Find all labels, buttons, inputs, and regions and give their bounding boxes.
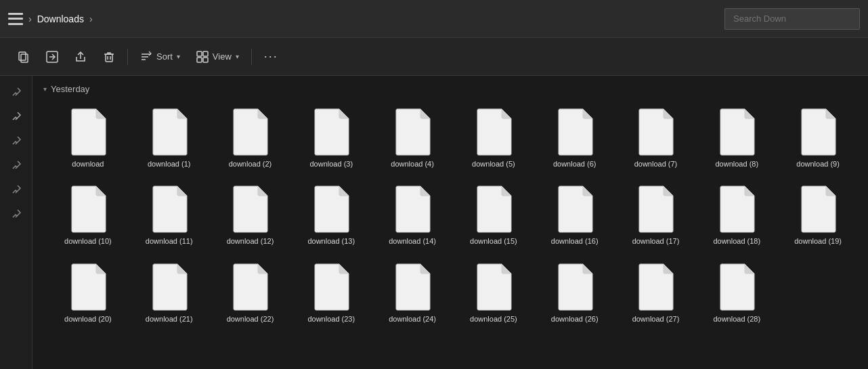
file-item[interactable]: download (2) (211, 102, 290, 174)
export-icon (74, 51, 87, 63)
file-icon-26 (553, 263, 596, 311)
toolbar-separator-1 (127, 49, 128, 65)
file-item[interactable]: download (16) (536, 179, 614, 251)
content-area[interactable]: ▾ Yesterday download download (1) (32, 76, 868, 369)
export-button[interactable] (68, 45, 93, 69)
file-icon-20 (66, 263, 110, 311)
file-name-24: download (24) (389, 314, 436, 324)
file-name-23: download (23) (307, 314, 355, 324)
file-item[interactable]: download (9) (779, 102, 857, 174)
file-name-10: download (10) (64, 236, 112, 246)
file-icon-24 (391, 263, 434, 311)
file-icon-28 (715, 263, 758, 311)
sidebar-pin-3[interactable] (5, 130, 27, 152)
file-item[interactable]: download (4) (373, 102, 452, 174)
file-icon-0 (66, 108, 110, 156)
svg-rect-14 (203, 58, 208, 62)
file-icon-23 (309, 263, 353, 311)
delete-button[interactable] (96, 45, 122, 69)
share-icon (46, 51, 58, 63)
share-button[interactable] (39, 45, 65, 69)
file-name-14: download (14) (389, 236, 436, 246)
file-item[interactable]: download (8) (697, 102, 776, 174)
breadcrumb-downloads[interactable]: Downloads (37, 14, 84, 24)
file-icon-25 (472, 263, 515, 311)
search-input[interactable] (724, 8, 860, 30)
view-label: View (213, 51, 232, 62)
sidebar-pin-5[interactable] (5, 179, 27, 200)
file-item[interactable]: download (7) (617, 102, 695, 174)
file-name-25: download (25) (470, 314, 517, 324)
svg-rect-5 (106, 54, 112, 62)
file-item[interactable]: download (12) (211, 179, 290, 251)
file-name-22: download (22) (227, 314, 274, 324)
file-icon-16 (553, 185, 596, 234)
file-icon-27 (634, 263, 677, 311)
sidebar-pin-6[interactable] (5, 203, 27, 225)
file-item[interactable]: download (11) (130, 179, 209, 251)
file-icon-18 (715, 185, 758, 234)
file-item[interactable]: download (5) (454, 102, 533, 174)
more-button[interactable]: ··· (257, 45, 285, 69)
file-icon-5 (472, 108, 515, 156)
file-name-17: download (17) (632, 236, 680, 246)
sort-button[interactable]: Sort ▾ (133, 45, 187, 69)
file-icon-6 (553, 108, 596, 156)
file-item[interactable]: download (23) (292, 257, 370, 329)
file-item[interactable]: download (18) (697, 179, 776, 251)
svg-rect-11 (197, 51, 202, 56)
file-name-28: download (28) (713, 314, 760, 324)
file-item[interactable]: download (15) (454, 179, 533, 251)
file-item[interactable]: download (22) (211, 257, 290, 329)
file-name-20: download (20) (64, 314, 112, 324)
file-item[interactable]: download (19) (779, 179, 857, 251)
file-icon-15 (472, 185, 515, 234)
file-item[interactable]: download (13) (292, 179, 370, 251)
sidebar-pin-4[interactable] (5, 154, 27, 176)
file-item[interactable]: download (3) (292, 102, 370, 174)
file-icon-7 (634, 108, 677, 156)
file-item[interactable]: download (24) (373, 257, 452, 329)
file-icon-3 (309, 108, 353, 156)
file-item[interactable]: download (28) (697, 257, 776, 329)
view-button[interactable]: View ▾ (190, 45, 246, 69)
file-item[interactable]: download (17) (617, 179, 695, 251)
file-item[interactable]: download (1) (130, 102, 209, 174)
file-name-19: download (19) (794, 236, 842, 246)
file-item[interactable]: download (20) (49, 257, 127, 329)
file-item[interactable]: download (26) (536, 257, 614, 329)
file-name-18: download (18) (713, 236, 760, 246)
group-label: Yesterday (51, 84, 89, 94)
svg-rect-0 (21, 54, 28, 62)
file-name-0: download (72, 159, 104, 169)
copy-button[interactable] (11, 45, 37, 69)
copy-icon (18, 51, 30, 63)
file-item[interactable]: download (25) (454, 257, 533, 329)
toolbar-separator-2 (251, 49, 252, 65)
file-name-3: download (3) (309, 159, 353, 169)
file-name-2: download (2) (229, 159, 272, 169)
file-name-11: download (11) (146, 236, 193, 246)
file-item[interactable]: download (27) (617, 257, 695, 329)
group-collapse-icon[interactable]: ▾ (43, 85, 47, 93)
breadcrumb-chevron-2: › (89, 14, 93, 24)
file-name-5: download (5) (472, 159, 515, 169)
files-grid: download download (1) download (2) (49, 102, 857, 329)
file-name-13: download (13) (307, 236, 355, 246)
svg-rect-1 (19, 52, 26, 60)
file-name-7: download (7) (634, 159, 678, 169)
file-item[interactable]: download (14) (373, 179, 452, 251)
sidebar-pin-2[interactable] (5, 106, 27, 127)
file-name-21: download (21) (146, 314, 193, 324)
file-name-9: download (9) (796, 159, 840, 169)
file-item[interactable]: download (6) (536, 102, 614, 174)
file-icon-4 (391, 108, 434, 156)
file-item[interactable]: download (21) (130, 257, 209, 329)
file-icon-2 (228, 108, 272, 156)
file-item[interactable]: download (49, 102, 127, 174)
file-item[interactable]: download (10) (49, 179, 127, 251)
file-name-26: download (26) (551, 314, 599, 324)
file-name-6: download (6) (553, 159, 596, 169)
sidebar-pin-1[interactable] (5, 81, 27, 103)
file-icon-9 (796, 108, 840, 156)
